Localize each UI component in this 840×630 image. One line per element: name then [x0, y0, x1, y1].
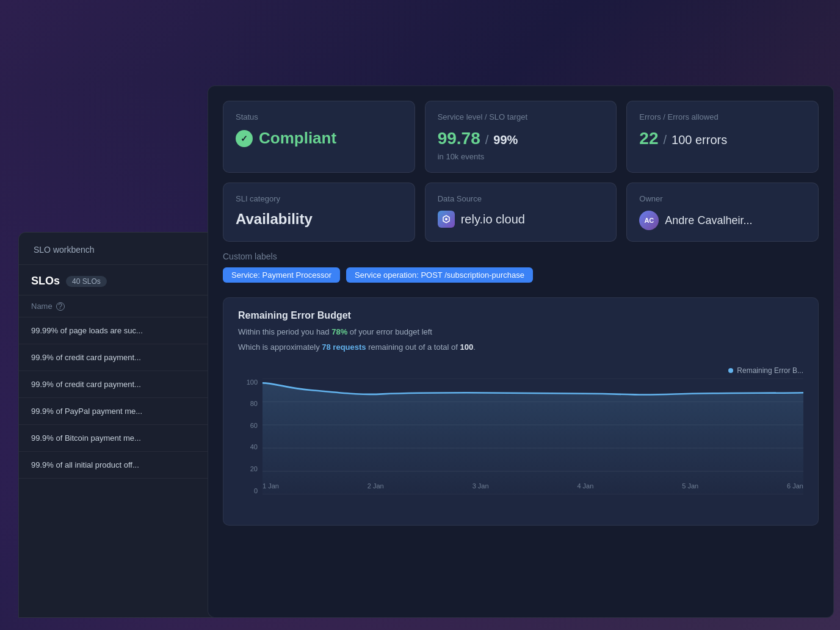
service-level-label: Service level / SLO target [438, 112, 604, 121]
service-level-current: 99.78 [438, 129, 480, 148]
service-level-value: 99.78 / 99% [438, 129, 604, 148]
service-level-card: Service level / SLO target 99.78 / 99% i… [425, 101, 617, 173]
labels-row: Service: Payment Processor Service opera… [223, 267, 819, 283]
sli-category-value: Availability [236, 211, 402, 228]
help-icon[interactable]: ? [56, 302, 65, 311]
chart-plot [262, 378, 803, 494]
chart-area: 100 80 60 40 20 0 [238, 378, 803, 494]
slo-list: 99.99% of page loads are suc... 99.9% of… [19, 317, 237, 479]
slos-title: SLOs [31, 275, 60, 288]
status-card: Status Compliant [223, 101, 415, 173]
list-item[interactable]: 99.9% of all initial product off... [19, 452, 237, 479]
legend-label: Remaining Error B... [737, 366, 803, 375]
list-item[interactable]: 99.9% of Bitcoin payment me... [19, 425, 237, 452]
errors-label: Errors / Errors allowed [639, 112, 806, 121]
errors-target: 100 errors [672, 133, 727, 147]
metric-cards-row-2: SLI category Availability Data Source r [223, 183, 819, 242]
error-budget-desc-1: Within this period you had 78% of your e… [238, 326, 803, 339]
list-item[interactable]: 99.99% of page loads are suc... [19, 317, 237, 344]
error-budget-title: Remaining Error Budget [238, 310, 803, 321]
data-source-value: rely.io cloud [438, 211, 604, 228]
sli-category-card: SLI category Availability [223, 183, 415, 242]
owner-avatar: AC [639, 211, 659, 230]
name-column-label: Name [31, 302, 52, 311]
owner-label: Owner [639, 194, 806, 203]
custom-labels-section: Custom labels Service: Payment Processor… [223, 252, 819, 283]
slo-workbench-title: SLO workbench [34, 245, 95, 255]
sli-category-label: SLI category [236, 194, 402, 203]
data-source-label: Data Source [438, 194, 604, 203]
status-label: Status [236, 112, 402, 121]
errors-value: 22 / 100 errors [639, 129, 806, 148]
y-axis: 100 80 60 40 20 0 [238, 378, 262, 494]
list-item[interactable]: 99.9% of credit card payment... [19, 371, 237, 398]
slos-count-badge: 40 SLOs [66, 276, 107, 287]
data-source-card: Data Source rely.io cloud [425, 183, 617, 242]
check-circle-icon [236, 130, 253, 147]
error-budget-section: Remaining Error Budget Within this perio… [223, 297, 819, 526]
main-content: Status Compliant Service level / SLO tar… [208, 86, 833, 617]
error-budget-chart-container: Remaining Error B... 100 80 60 40 20 0 [238, 366, 803, 513]
list-item[interactable]: 99.9% of PayPal payment me... [19, 398, 237, 425]
label-tag-2[interactable]: Service operation: POST /subscription-pu… [346, 267, 533, 283]
owner-value: AC Andre Cavalheir... [639, 211, 806, 230]
slo-workbench-panel: SLO workbench SLOs 40 SLOs Name ? 99.99%… [18, 232, 238, 618]
slo-workbench-header: SLO workbench [19, 233, 237, 265]
service-level-suffix: in 10k events [438, 152, 604, 161]
error-budget-desc-2: Which is approximately 78 requests remai… [238, 341, 803, 354]
x-axis: 1 Jan 2 Jan 3 Jan 4 Jan 5 Jan 6 Jan [262, 482, 803, 494]
metric-cards-row-1: Status Compliant Service level / SLO tar… [223, 101, 819, 173]
service-level-target: 99% [493, 133, 518, 147]
errors-current: 22 [639, 129, 658, 148]
label-tag-1[interactable]: Service: Payment Processor [223, 267, 340, 283]
slos-header: SLOs 40 SLOs [19, 265, 237, 295]
rely-logo-icon [438, 211, 455, 228]
chart-legend: Remaining Error B... [728, 366, 803, 375]
legend-dot-icon [728, 368, 733, 373]
list-item[interactable]: 99.9% of credit card payment... [19, 344, 237, 371]
errors-card: Errors / Errors allowed 22 / 100 errors [626, 101, 819, 173]
chart-svg [262, 378, 803, 494]
owner-card: Owner AC Andre Cavalheir... [626, 183, 819, 242]
errors-slash: / [664, 133, 667, 147]
svg-point-0 [445, 218, 447, 220]
status-value: Compliant [236, 129, 402, 148]
custom-labels-title: Custom labels [223, 252, 819, 261]
outer-container: SLO workbench SLOs 40 SLOs Name ? 99.99%… [18, 85, 834, 618]
service-level-slash: / [485, 133, 489, 147]
slos-table-header: Name ? [19, 295, 237, 317]
main-panel: Status Compliant Service level / SLO tar… [208, 85, 834, 618]
